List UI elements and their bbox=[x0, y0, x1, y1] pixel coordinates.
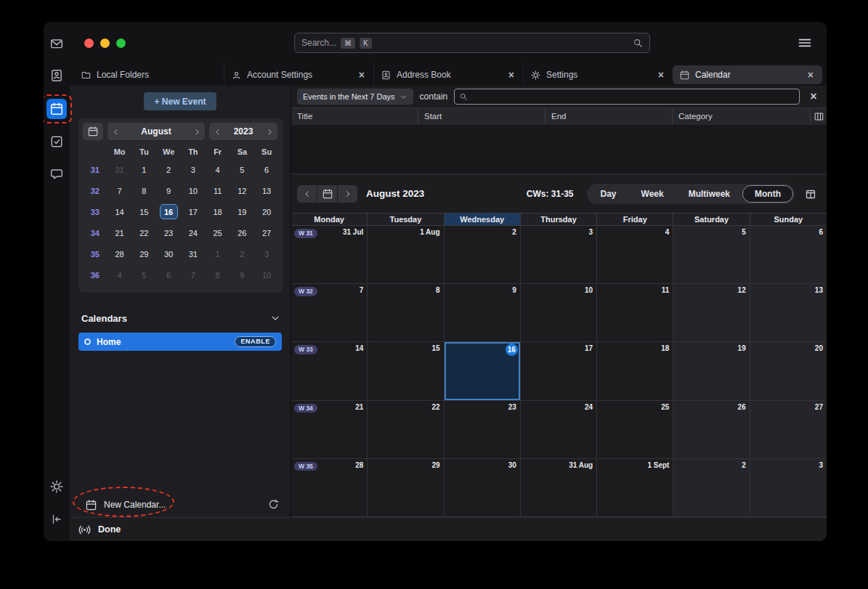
app-menu-button[interactable] bbox=[798, 36, 812, 53]
view-tab-day[interactable]: Day bbox=[588, 185, 629, 203]
view-tab-week[interactable]: Week bbox=[629, 185, 676, 203]
month-day-cell[interactable]: 11 bbox=[597, 284, 673, 342]
mini-day-cell[interactable]: 5 bbox=[132, 264, 157, 285]
event-search-field[interactable] bbox=[454, 89, 800, 105]
month-day-cell[interactable]: 22 bbox=[368, 401, 444, 459]
refresh-calendars-button[interactable] bbox=[268, 499, 279, 510]
view-tab-month[interactable]: Month bbox=[742, 185, 793, 203]
mini-day-cell[interactable]: 1 bbox=[132, 159, 157, 180]
mini-month-label[interactable]: August bbox=[123, 123, 189, 140]
month-day-cell[interactable]: 8 bbox=[368, 284, 444, 342]
tab-calendar[interactable]: Calendar × bbox=[673, 65, 822, 84]
mini-day-cell[interactable]: 17 bbox=[181, 201, 206, 222]
mini-day-cell[interactable]: 28 bbox=[108, 243, 132, 264]
month-day-cell[interactable]: W 3528 bbox=[291, 459, 368, 517]
zoom-window-button[interactable] bbox=[116, 38, 126, 48]
month-day-cell[interactable]: 20 bbox=[750, 342, 827, 400]
month-day-cell[interactable]: 19 bbox=[673, 342, 750, 400]
month-day-cell[interactable]: W 3314 bbox=[291, 342, 368, 400]
minimize-window-button[interactable] bbox=[100, 38, 110, 48]
previous-month-button[interactable] bbox=[108, 123, 123, 140]
mini-day-cell[interactable]: 22 bbox=[132, 222, 157, 243]
mini-day-cell[interactable]: 2 bbox=[230, 243, 255, 264]
month-day-cell[interactable]: 24 bbox=[521, 401, 597, 459]
month-day-cell[interactable]: 29 bbox=[368, 459, 444, 517]
month-day-cell[interactable]: 2 bbox=[673, 459, 750, 517]
mini-day-cell[interactable]: 6 bbox=[156, 264, 181, 285]
close-filter-button[interactable]: × bbox=[806, 91, 821, 102]
mini-day-cell[interactable]: 18 bbox=[206, 201, 230, 222]
mini-day-cell[interactable]: 1 bbox=[206, 243, 230, 264]
mini-day-cell[interactable]: 3 bbox=[181, 159, 206, 180]
mini-day-cell[interactable]: 24 bbox=[181, 222, 206, 243]
calendars-section-header[interactable]: Calendars bbox=[81, 309, 280, 327]
mini-day-cell[interactable]: 3 bbox=[254, 243, 279, 264]
tasks-space-button[interactable] bbox=[46, 131, 67, 152]
month-day-cell[interactable]: 17 bbox=[521, 342, 597, 400]
view-tab-multiweek[interactable]: Multiweek bbox=[676, 185, 742, 203]
global-search-bar[interactable]: Search... ⌘ K bbox=[294, 33, 650, 53]
mini-day-cell[interactable]: 11 bbox=[206, 180, 230, 201]
month-day-cell[interactable]: 13 bbox=[750, 284, 827, 342]
previous-period-button[interactable] bbox=[297, 185, 317, 203]
month-day-cell[interactable]: 16 bbox=[445, 342, 521, 400]
mini-day-cell[interactable]: 7 bbox=[181, 264, 206, 285]
mini-day-cell[interactable]: 8 bbox=[132, 180, 157, 201]
mini-day-cell[interactable]: 26 bbox=[230, 222, 255, 243]
month-day-cell[interactable]: 3 bbox=[750, 459, 827, 517]
event-search-input[interactable] bbox=[472, 92, 795, 102]
tab-local-folders[interactable]: Local Folders bbox=[74, 64, 224, 86]
close-window-button[interactable] bbox=[84, 38, 94, 48]
mini-day-cell[interactable]: 4 bbox=[108, 264, 132, 285]
mini-day-cell[interactable]: 2 bbox=[156, 159, 181, 180]
mini-day-cell[interactable]: 19 bbox=[230, 201, 255, 222]
mini-day-cell[interactable]: 5 bbox=[230, 159, 255, 180]
mini-day-cell[interactable]: 25 bbox=[206, 222, 230, 243]
mail-space-button[interactable] bbox=[46, 33, 67, 54]
settings-button[interactable] bbox=[46, 476, 67, 497]
month-day-cell[interactable]: 23 bbox=[445, 401, 521, 459]
mini-day-cell[interactable]: 9 bbox=[230, 264, 255, 285]
tab-address-book[interactable]: Address Book × bbox=[373, 64, 523, 86]
enable-badge[interactable]: ENABLE bbox=[235, 336, 276, 347]
tab-close-button[interactable]: × bbox=[657, 70, 665, 80]
new-calendar-button[interactable]: New Calendar... bbox=[70, 492, 291, 517]
tab-account-settings[interactable]: Account Settings × bbox=[224, 64, 373, 86]
month-day-cell[interactable]: 2 bbox=[445, 226, 521, 284]
mini-day-cell[interactable]: 8 bbox=[206, 264, 230, 285]
new-event-button[interactable]: + New Event bbox=[144, 92, 216, 110]
mini-day-cell[interactable]: 9 bbox=[156, 180, 181, 201]
mini-day-cell[interactable]: 10 bbox=[254, 264, 279, 285]
mini-day-cell[interactable]: 31 bbox=[181, 243, 206, 264]
mini-year-label[interactable]: 2023 bbox=[225, 123, 261, 140]
address-book-space-button[interactable] bbox=[46, 65, 67, 86]
month-day-cell[interactable]: 12 bbox=[673, 284, 750, 342]
month-day-cell[interactable]: 18 bbox=[597, 342, 673, 400]
mini-day-cell[interactable]: 29 bbox=[132, 243, 157, 264]
event-filter-dropdown[interactable]: Events in the Next 7 Days bbox=[297, 89, 413, 105]
mini-day-cell[interactable]: 10 bbox=[181, 180, 206, 201]
month-day-cell[interactable]: 5 bbox=[673, 226, 750, 284]
mini-day-cell[interactable]: 31 bbox=[108, 159, 132, 180]
column-header-start[interactable]: Start bbox=[418, 108, 545, 125]
tab-close-button[interactable]: × bbox=[507, 70, 516, 80]
mini-day-cell[interactable]: 16 bbox=[156, 201, 181, 222]
mini-day-cell[interactable]: 13 bbox=[254, 180, 279, 201]
mini-day-cell[interactable]: 30 bbox=[156, 243, 181, 264]
tab-close-button[interactable]: × bbox=[357, 70, 366, 80]
column-picker-button[interactable] bbox=[811, 108, 827, 125]
go-to-today-button[interactable] bbox=[317, 185, 337, 203]
tab-close-button[interactable]: × bbox=[806, 70, 815, 80]
mini-day-cell[interactable]: 4 bbox=[206, 159, 230, 180]
month-day-cell[interactable]: 15 bbox=[368, 342, 444, 400]
mini-day-cell[interactable]: 23 bbox=[156, 222, 181, 243]
next-month-button[interactable] bbox=[189, 123, 205, 140]
calendar-space-button[interactable] bbox=[46, 99, 67, 119]
month-day-cell[interactable]: 1 Sept bbox=[597, 459, 673, 517]
month-day-cell[interactable]: 10 bbox=[521, 284, 597, 342]
mini-day-cell[interactable]: 12 bbox=[230, 180, 255, 201]
mini-day-cell[interactable]: 21 bbox=[108, 222, 132, 243]
month-day-cell[interactable]: 26 bbox=[673, 401, 750, 459]
month-day-cell[interactable]: W 327 bbox=[291, 284, 368, 342]
next-period-button[interactable] bbox=[338, 185, 357, 203]
